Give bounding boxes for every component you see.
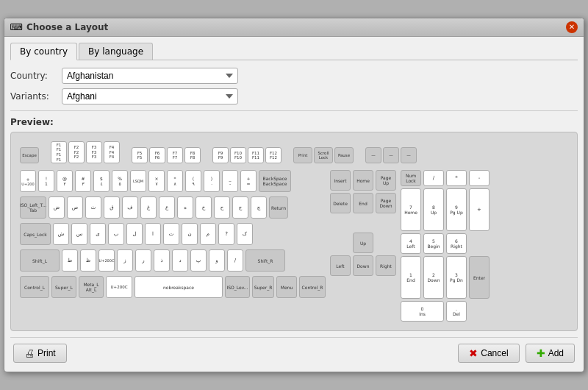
key-rbracket: چ: [251, 196, 267, 219]
key-np-9: 9Pg Up: [446, 188, 467, 231]
right-buttons: ✖ Cancel ✚ Add: [458, 344, 575, 363]
key-f: ب: [108, 223, 124, 245]
key-lbracket: ج: [232, 196, 248, 219]
key-shift-r: Shift_R: [245, 249, 285, 272]
key-np-enter: Enter: [469, 256, 490, 299]
variants-label: Variants:: [10, 91, 62, 102]
tab-by-country[interactable]: By country: [10, 43, 77, 60]
key-np-7: 7Home: [401, 188, 421, 231]
key-super-l: Super_L: [51, 276, 76, 298]
key-ctrl-r: Control_R: [299, 276, 326, 298]
key-y: غ: [140, 196, 157, 219]
key-f3: F3F3F3: [86, 141, 102, 163]
key-v: ز: [117, 249, 133, 272]
key-pgup: Page Up: [376, 170, 396, 191]
key-c: U+200C: [98, 249, 115, 272]
bottom-row: Control_L Super_L Meta_LAlt_L U+200C nob…: [20, 276, 326, 298]
key-p: ح: [214, 196, 230, 219]
tab-bar: By country By language: [10, 43, 578, 60]
key-pgdn: Page Down: [376, 193, 396, 213]
window-icon: ⌨: [10, 21, 22, 33]
key-space: nobreakspace: [135, 276, 223, 298]
key-return: Return: [269, 196, 288, 219]
key-a: ش: [53, 223, 69, 245]
key-f5: F5F5: [132, 147, 148, 163]
titlebar: ⌨ Choose a Layout ✕: [4, 18, 584, 37]
cancel-icon: ✖: [469, 347, 478, 359]
key-shift-l: Shift_L: [20, 249, 60, 272]
key-home: Home: [353, 170, 373, 191]
key-0: )٠: [204, 170, 220, 192]
key-f10: F10F10: [230, 147, 246, 163]
key-np-5: 5Begin: [423, 233, 444, 254]
key-o: خ: [196, 196, 212, 219]
key-equal: +=: [240, 170, 257, 192]
add-label: Add: [548, 348, 564, 358]
country-row: Country: Afghanistan: [10, 68, 578, 84]
key-q: ض: [49, 196, 65, 219]
main-window: ⌨ Choose a Layout ✕ By country By langua…: [4, 18, 584, 372]
key-caps-lock: Caps_Lock: [20, 223, 51, 245]
key-slash: /: [227, 249, 243, 272]
tab-row: ISO_Left_T...Tab ض ص ث ق ف غ ع ه خ ح ج چ…: [20, 196, 326, 219]
key-2: @٢: [57, 170, 73, 192]
key-s: س: [71, 223, 87, 245]
key-dash3: —: [401, 147, 417, 163]
key-numlock: Num Lock: [401, 170, 421, 186]
key-f8: F8F8: [184, 147, 201, 163]
separator: [10, 110, 578, 111]
key-insert: Insert: [330, 170, 351, 191]
key-t: ف: [122, 196, 138, 219]
key-np-4: 4Left: [401, 233, 421, 254]
key-backspace: BackSpaceBackSpace: [259, 170, 291, 192]
footer: 🖨 Print ✖ Cancel ✚ Add: [10, 337, 578, 366]
keyboard-body: +U+200 !1 @٢ #٣ $٤ %٥ LSQM ×٧ *٨ (٩ )٠ _…: [20, 170, 568, 322]
key-f2: F2F2F2: [68, 141, 85, 163]
key-f1: F1F1F1F1: [51, 141, 67, 163]
key-np-2: 2Down: [423, 256, 444, 299]
cancel-label: Cancel: [481, 348, 508, 358]
key-backtick: +U+200: [20, 170, 36, 192]
key-g: ل: [126, 223, 143, 245]
preview-label: Preview:: [10, 117, 578, 127]
key-np-plus: +: [469, 188, 490, 231]
key-3: #٣: [75, 170, 91, 192]
shift-row: Shift_L ط ظ U+200C ز ر ذ د پ و / Shift_R: [20, 249, 326, 272]
key-5: %٥: [112, 170, 128, 192]
key-1: !1: [38, 170, 54, 192]
key-np-1: 1End: [401, 256, 421, 299]
tab-by-language[interactable]: By language: [79, 43, 153, 60]
key-f12: F12F12: [265, 147, 282, 163]
add-button[interactable]: ✚ Add: [526, 344, 575, 363]
key-w: ص: [67, 196, 83, 219]
key-np-6: 6Right: [446, 233, 467, 254]
key-np-slash: /: [423, 170, 444, 186]
key-i: ه: [177, 196, 193, 219]
key-e: ث: [85, 196, 101, 219]
key-u: ع: [159, 196, 175, 219]
print-button[interactable]: 🖨 Print: [13, 344, 67, 363]
key-right: Right: [376, 255, 396, 276]
key-up: Up: [353, 233, 373, 253]
key-scroll-lock: Scroll Lock: [314, 147, 333, 163]
key-7: ×٧: [148, 170, 165, 192]
cancel-button[interactable]: ✖ Cancel: [458, 344, 519, 363]
caps-row: Caps_Lock ش س ی ب ل ا ت ن م ? ک: [20, 223, 326, 245]
key-l: م: [200, 223, 216, 245]
country-select[interactable]: Afghanistan: [62, 68, 238, 84]
keyboard-preview: Escape F1F1F1F1 F2F2F2 F3F3F3 F4F4F4 F5F…: [10, 132, 578, 331]
key-9: (٩: [185, 170, 201, 192]
key-end: End: [353, 193, 373, 213]
key-delete: Delete: [330, 193, 351, 213]
key-np-star: *: [446, 170, 467, 186]
close-button[interactable]: ✕: [566, 21, 578, 33]
number-row: +U+200 !1 @٢ #٣ $٤ %٥ LSQM ×٧ *٨ (٩ )٠ _…: [20, 170, 326, 192]
key-x: ظ: [80, 249, 96, 272]
key-np-dot: .Del: [446, 301, 467, 322]
key-z: ط: [62, 249, 78, 272]
main-keys: +U+200 !1 @٢ #٣ $٤ %٥ LSQM ×٧ *٨ (٩ )٠ _…: [20, 170, 326, 322]
key-j: ت: [163, 223, 179, 245]
key-r: ق: [104, 196, 120, 219]
key-super-r: Super_R: [252, 276, 274, 298]
variants-select[interactable]: Afghani: [62, 88, 238, 104]
